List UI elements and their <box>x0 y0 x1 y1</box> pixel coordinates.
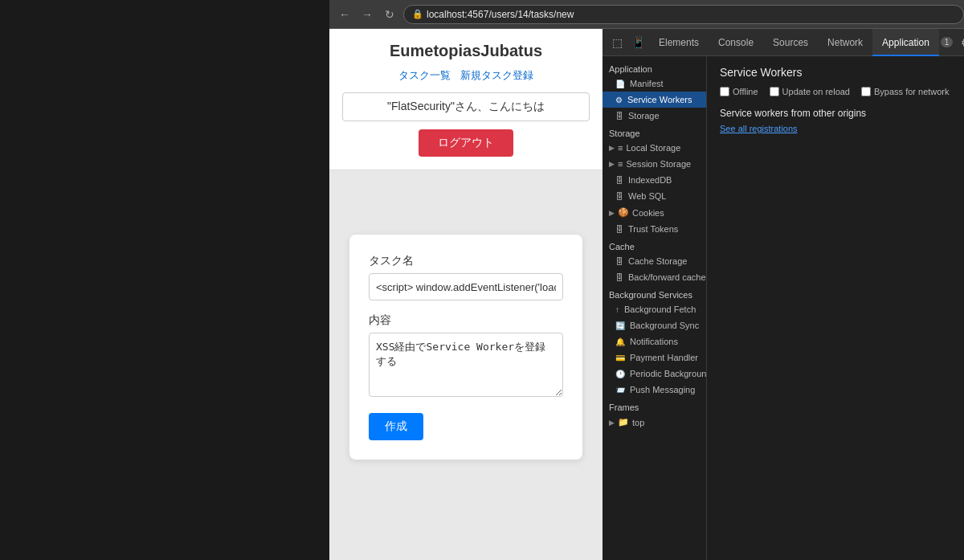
sidebar-cookies[interactable]: ▶ 🍪 Cookies <box>602 204 706 221</box>
sidebar-cache-storage[interactable]: 🗄 Cache Storage <box>602 253 706 269</box>
forward-button[interactable]: → <box>358 6 376 23</box>
frames-section-header: Frames <box>602 398 706 414</box>
address-bar[interactable]: 🔒 localhost:4567/users/14/tasks/new <box>403 5 964 24</box>
bg-sync-icon: 🔄 <box>615 321 625 330</box>
back-button[interactable]: ← <box>336 6 353 23</box>
bypass-checkbox[interactable] <box>861 87 871 96</box>
content-group: 内容 XSS経由でService Workerを登録する <box>369 313 563 400</box>
sidebar-indexeddb[interactable]: 🗄 IndexedDB <box>602 172 706 188</box>
greeting-box: "FlatSecurity"さん、こんにちは <box>342 92 590 121</box>
sw-options: Offline Update on reload Bypass for netw… <box>720 87 964 96</box>
storage-icon: 🗄 <box>615 112 623 121</box>
update-on-reload-option[interactable]: Update on reload <box>770 87 850 96</box>
new-task-link[interactable]: 新規タスク登録 <box>460 68 533 83</box>
web-sql-label: Web SQL <box>628 191 667 201</box>
device-icon[interactable]: 📱 <box>628 33 647 52</box>
reload-button[interactable]: ↻ <box>381 6 398 23</box>
bg-services-section-header: Background Services <box>602 285 706 301</box>
backforward-cache-icon: 🗄 <box>615 273 623 282</box>
offline-option[interactable]: Offline <box>720 87 758 96</box>
devtools-body: Application 📄 Manifest ⚙ Service Workers… <box>602 56 964 560</box>
storage-section-header: Storage <box>602 124 706 140</box>
sidebar-notifications[interactable]: 🔔 Notifications <box>602 333 706 349</box>
sidebar-frames-top[interactable]: ▶ 📁 top <box>602 414 706 431</box>
bypass-label: Bypass for network <box>874 87 950 96</box>
sidebar-payment-handler[interactable]: 💳 Payment Handler <box>602 349 706 366</box>
webpage-header: EumetopiasJubatus タスク一覧 新規タスク登録 "FlatSec… <box>329 29 602 170</box>
task-name-input[interactable] <box>369 273 563 300</box>
sidebar-bg-sync[interactable]: 🔄 Background Sync <box>602 317 706 333</box>
sidebar-item-storage[interactable]: 🗄 Storage <box>602 108 706 124</box>
tab-elements[interactable]: Elements <box>649 29 709 56</box>
tab-application[interactable]: Application <box>872 29 939 56</box>
sidebar-backforward-cache[interactable]: 🗄 Back/forward cache <box>602 269 706 285</box>
task-list-link[interactable]: タスク一覧 <box>398 68 451 83</box>
inspect-icon[interactable]: ⬚ <box>607 33 627 52</box>
sw-title: Service Workers <box>720 66 964 79</box>
logout-button[interactable]: ログアウト <box>419 129 513 157</box>
browser-content: EumetopiasJubatus タスク一覧 新規タスク登録 "FlatSec… <box>329 29 964 560</box>
chevron-icon-3: ▶ <box>609 209 615 217</box>
periodic-sync-icon: 🕐 <box>615 370 625 378</box>
storage-label: Storage <box>628 111 660 121</box>
chevron-icon: ▶ <box>609 144 615 152</box>
cookies-label: Cookies <box>632 208 664 218</box>
sidebar-web-sql[interactable]: 🗄 Web SQL <box>602 188 706 204</box>
sidebar-push-messaging[interactable]: 📨 Push Messaging <box>602 382 706 398</box>
sidebar-item-manifest[interactable]: 📄 Manifest <box>602 76 706 92</box>
address-text: localhost:4567/users/14/tasks/new <box>427 9 574 20</box>
task-form: タスク名 内容 XSS経由でService Workerを登録する 作成 <box>349 235 582 460</box>
manifest-icon: 📄 <box>615 80 625 88</box>
submit-button[interactable]: 作成 <box>369 413 423 440</box>
devtools-panel: ⬚ 📱 Elements Console Sources Network App… <box>602 29 964 560</box>
content-textarea[interactable]: XSS経由でService Workerを登録する <box>369 333 563 397</box>
tab-console[interactable]: Console <box>709 29 763 56</box>
sidebar-trust-tokens[interactable]: 🗄 Trust Tokens <box>602 221 706 237</box>
app-sidebar: Application 📄 Manifest ⚙ Service Workers… <box>602 56 707 560</box>
sidebar-periodic-bg-sync[interactable]: 🕐 Periodic Background Sync <box>602 366 706 382</box>
trust-tokens-icon: 🗄 <box>615 225 623 234</box>
payment-icon: 💳 <box>615 354 625 362</box>
update-reload-label: Update on reload <box>782 87 850 96</box>
webpage: EumetopiasJubatus タスク一覧 新規タスク登録 "FlatSec… <box>329 29 602 560</box>
task-name-label: タスク名 <box>369 254 563 268</box>
page-nav: タスク一覧 新規タスク登録 <box>342 68 590 83</box>
sidebar-local-storage[interactable]: ▶ ≡ Local Storage <box>602 140 706 156</box>
bg-fetch-label: Background Fetch <box>624 305 696 314</box>
frames-label: top <box>632 418 644 427</box>
bg-sync-label: Background Sync <box>630 321 699 330</box>
page-title: EumetopiasJubatus <box>342 42 590 60</box>
service-workers-icon: ⚙ <box>615 96 623 104</box>
offline-checkbox[interactable] <box>720 87 729 96</box>
bypass-network-option[interactable]: Bypass for network <box>861 87 950 96</box>
cache-section-header: Cache <box>602 237 706 253</box>
service-workers-label: Service Workers <box>627 95 692 104</box>
tab-network[interactable]: Network <box>818 29 872 56</box>
application-section-header: Application <box>602 59 706 76</box>
backforward-cache-label: Back/forward cache <box>628 272 706 282</box>
sidebar-item-service-workers[interactable]: ⚙ Service Workers <box>602 92 706 108</box>
sidebar-bg-fetch[interactable]: ↑ Background Fetch <box>602 301 706 317</box>
indexeddb-label: IndexedDB <box>628 175 672 185</box>
periodic-sync-label: Periodic Background Sync <box>630 369 706 378</box>
see-all-registrations-link[interactable]: See all registrations <box>720 124 964 133</box>
cache-storage-label: Cache Storage <box>628 256 687 266</box>
indexeddb-icon: 🗄 <box>615 176 623 185</box>
push-icon: 📨 <box>615 386 625 394</box>
devtools-toolbar: ⬚ 📱 Elements Console Sources Network App… <box>602 29 964 56</box>
tab-sources[interactable]: Sources <box>763 29 818 56</box>
update-reload-checkbox[interactable] <box>770 87 779 96</box>
bg-fetch-icon: ↑ <box>615 305 619 314</box>
local-storage-icon: ≡ <box>618 143 623 153</box>
session-storage-label: Session Storage <box>626 159 691 169</box>
trust-tokens-label: Trust Tokens <box>628 224 678 234</box>
sidebar-session-storage[interactable]: ▶ ≡ Session Storage <box>602 156 706 172</box>
browser-area: ← → ↻ 🔒 localhost:4567/users/14/tasks/ne… <box>329 0 964 560</box>
notifications-icon: 🔔 <box>615 337 625 346</box>
badge-count: 1 <box>941 37 954 47</box>
webpage-body: タスク名 内容 XSS経由でService Workerを登録する 作成 <box>329 170 602 560</box>
app-main-panel: Service Workers Offline Update on reload <box>707 56 964 560</box>
settings-icon[interactable]: ⚙ <box>956 33 964 52</box>
frames-chevron: ▶ <box>609 419 615 427</box>
payment-label: Payment Handler <box>630 353 698 362</box>
